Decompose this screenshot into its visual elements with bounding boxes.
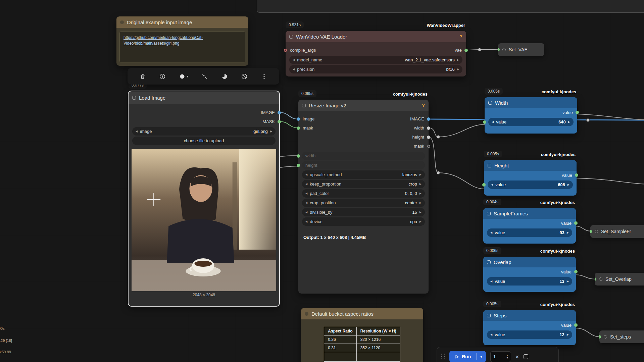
decrement-arrow-icon[interactable]: ◀: [490, 280, 492, 283]
collapse-icon[interactable]: [487, 212, 491, 215]
shape-picker-icon[interactable]: ▾: [179, 73, 188, 80]
node-resize-image-v2[interactable]: 0.095s comfyui-kjnodes Resize Image v2 ?…: [298, 100, 429, 294]
input-port-height-widget[interactable]: [297, 164, 300, 167]
run-options-chevron-icon[interactable]: ▾: [477, 351, 486, 362]
input-port[interactable]: [590, 230, 592, 233]
widget-pad-color[interactable]: ◀ pad_color 0, 0, 0 ▶: [302, 189, 425, 198]
increment-arrow-icon[interactable]: ▶: [567, 333, 569, 336]
widget-device[interactable]: ◀ device cpu ▶: [302, 217, 425, 226]
increment-arrow-icon[interactable]: ▶: [419, 183, 422, 186]
widget-crop-position[interactable]: ◀ crop_position center ▶: [302, 199, 425, 207]
note-node-header[interactable]: Default bucket aspect ratios: [301, 308, 423, 319]
node-set-vae[interactable]: Set_VAE: [498, 43, 544, 56]
node-wanvideo-vae-loader[interactable]: 0.931s WanVideoWrapper WanVideo VAE Load…: [286, 31, 466, 76]
increment-arrow-icon[interactable]: ▶: [419, 220, 422, 223]
increment-arrow-icon[interactable]: ▶: [419, 201, 422, 204]
output-port-value[interactable]: [574, 270, 578, 273]
node-header[interactable]: Steps: [483, 310, 576, 321]
widget-precision[interactable]: ◀ precision bf16 ▶: [289, 65, 462, 73]
node-header[interactable]: Resize Image v2 ?: [298, 100, 429, 111]
increment-arrow-icon[interactable]: ▶: [567, 280, 569, 283]
collapse-nodes-icon[interactable]: [201, 73, 208, 80]
decrement-arrow-icon[interactable]: ◀: [305, 192, 307, 195]
stepper-arrows[interactable]: ▴ ▾: [507, 354, 508, 359]
node-overlap[interactable]: 0.006s comfyui-kjnodes Overlap value ◀ v…: [483, 257, 576, 292]
collapse-icon[interactable]: [132, 96, 136, 100]
widget-value[interactable]: ◀ value 640 ▶: [488, 118, 574, 126]
collapse-icon[interactable]: [289, 35, 293, 39]
stop-icon[interactable]: [524, 354, 528, 359]
pie-chart-icon[interactable]: [221, 73, 228, 80]
increment-arrow-icon[interactable]: ▶: [457, 68, 459, 71]
input-port-image[interactable]: [297, 117, 300, 121]
collapse-icon[interactable]: [487, 314, 491, 317]
node-header[interactable]: WanVideo VAE Loader ?: [286, 31, 466, 42]
node-header[interactable]: Overlap: [483, 257, 576, 267]
increment-arrow-icon[interactable]: ▶: [568, 120, 570, 123]
collapse-icon[interactable]: [487, 260, 491, 264]
input-port-width-widget[interactable]: [297, 154, 300, 158]
decrement-arrow-icon[interactable]: ◀: [305, 220, 307, 223]
delete-icon[interactable]: [139, 73, 146, 80]
output-port-height[interactable]: [427, 136, 430, 139]
output-port-mask[interactable]: [427, 145, 430, 148]
input-port-compile-args[interactable]: [284, 49, 287, 52]
run-button[interactable]: Run: [449, 351, 476, 362]
note-node-header[interactable]: Original example input image: [116, 16, 248, 28]
choose-file-button[interactable]: choose file to upload: [132, 137, 276, 145]
collapse-icon[interactable]: [488, 101, 492, 105]
input-port-mask[interactable]: [297, 126, 300, 130]
node-header[interactable]: SampleFrames: [483, 208, 576, 219]
widget-value[interactable]: ◀ value 13 ▶: [487, 277, 572, 286]
output-port-value[interactable]: [575, 173, 578, 177]
help-icon[interactable]: ?: [459, 34, 462, 39]
help-icon[interactable]: ?: [422, 103, 425, 108]
info-icon[interactable]: [159, 73, 166, 80]
collapse-icon[interactable]: [595, 230, 598, 233]
increment-arrow-icon[interactable]: ▶: [419, 173, 422, 176]
output-port-value[interactable]: [576, 111, 579, 114]
node-set-sampleframes[interactable]: Set_SampleFr: [590, 225, 644, 238]
collapse-icon[interactable]: [488, 164, 491, 167]
increment-arrow-icon[interactable]: ▶: [457, 58, 459, 61]
widget-value[interactable]: ◀ value 12 ▶: [487, 330, 572, 339]
cancel-icon[interactable]: ×: [515, 354, 519, 360]
increment-arrow-icon[interactable]: ▶: [419, 211, 422, 214]
node-header[interactable]: Height: [484, 160, 577, 171]
collapse-dot-icon[interactable]: [305, 312, 308, 316]
decrement-arrow-icon[interactable]: ◀: [136, 130, 138, 133]
output-port-image[interactable]: [278, 111, 281, 114]
output-port-width[interactable]: [427, 126, 430, 130]
decrement-arrow-icon[interactable]: ◀: [293, 58, 295, 61]
output-port-value[interactable]: [574, 323, 578, 327]
input-port-value[interactable]: [483, 120, 486, 124]
collapse-icon[interactable]: [599, 277, 602, 281]
decrement-arrow-icon[interactable]: ◀: [305, 201, 307, 204]
note-node-original-input-image[interactable]: Original example input image https://git…: [116, 16, 248, 66]
collapse-dot-icon[interactable]: [120, 20, 124, 24]
collapse-icon[interactable]: [604, 335, 607, 339]
input-port[interactable]: [599, 335, 601, 339]
decrement-arrow-icon[interactable]: ◀: [490, 231, 492, 234]
node-load-image[interactable]: 0.077s Load Image IMAGE MASK ◀ image gir…: [129, 91, 279, 306]
widget-value[interactable]: ◀ value 608 ▶: [488, 180, 573, 189]
increment-arrow-icon[interactable]: ▶: [567, 231, 569, 234]
node-height[interactable]: 0.005s comfyui-kjnodes Height value ◀ va…: [484, 160, 577, 196]
output-port-vae[interactable]: [464, 49, 468, 52]
node-set-overlap[interactable]: Set_Overlap: [595, 273, 644, 286]
increment-arrow-icon[interactable]: ▶: [419, 192, 422, 195]
output-port-image[interactable]: [427, 117, 430, 121]
input-port[interactable]: [498, 48, 500, 51]
node-set-steps[interactable]: Set_steps: [599, 330, 644, 343]
note-link-line1[interactable]: https://github.com/meituan-longcat/LongC…: [123, 35, 241, 41]
widget-upscale-method[interactable]: ◀ upscale_method lanczos ▶: [302, 170, 425, 179]
batch-count-stepper[interactable]: 1 ▴ ▾: [490, 351, 511, 362]
chevron-down-icon[interactable]: ▾: [187, 74, 188, 78]
decrement-arrow-icon[interactable]: ◀: [305, 183, 307, 186]
more-options-icon[interactable]: [261, 73, 267, 80]
note-link-line2[interactable]: Video/blob/main/assets/girl.png: [123, 41, 241, 46]
input-port-value[interactable]: [482, 183, 486, 187]
note-node-bucket-aspect-ratios[interactable]: Default bucket aspect ratios Aspect Rati…: [301, 308, 423, 362]
increment-arrow-icon[interactable]: ▶: [567, 183, 569, 186]
widget-divisible-by[interactable]: ◀ divisible_by 16 ▶: [302, 208, 425, 216]
